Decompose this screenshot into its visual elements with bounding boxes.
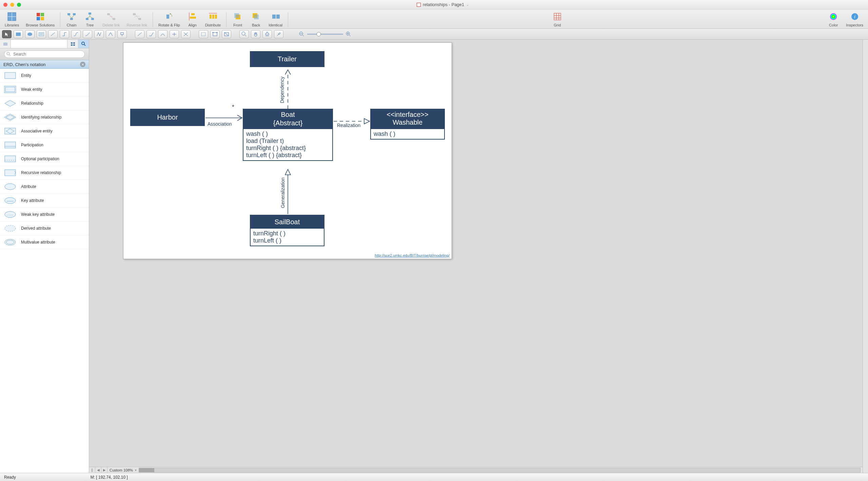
- svg-rect-6: [41, 17, 44, 20]
- canvas-area[interactable]: Trailer Harbor Boat {Abstract} wash ( ) …: [89, 40, 863, 467]
- delete-link-label: Delete link: [102, 23, 120, 28]
- conn-tool-2[interactable]: [60, 30, 69, 38]
- svg-point-95: [5, 211, 16, 217]
- conn-tool-3[interactable]: [71, 30, 81, 38]
- svg-marker-105: [285, 169, 291, 175]
- shape-item[interactable]: Identifying relationship: [0, 110, 89, 124]
- rotate-flip-button[interactable]: Rotate & Flip: [155, 11, 183, 28]
- front-button[interactable]: Front: [229, 11, 247, 28]
- page-prev-icon[interactable]: ◀: [95, 467, 101, 473]
- generalization-label: Generalization: [280, 177, 285, 208]
- conn-tool-1[interactable]: [48, 30, 58, 38]
- svg-rect-3: [37, 13, 40, 16]
- title-dropdown-icon[interactable]: ⌄: [466, 3, 469, 6]
- svg-point-99: [6, 240, 14, 244]
- shape-item[interactable]: Key attribute: [0, 194, 89, 208]
- svg-line-61: [302, 35, 304, 36]
- close-section-icon[interactable]: ✕: [80, 62, 85, 67]
- align-button[interactable]: Align: [183, 11, 202, 28]
- page-next-icon[interactable]: ▶: [101, 467, 107, 473]
- zoom-in-icon[interactable]: [346, 32, 351, 37]
- sidebar-filter-input[interactable]: [11, 40, 67, 48]
- section-header[interactable]: ERD, Chen's notation ✕: [0, 60, 89, 69]
- svg-point-92: [5, 184, 16, 190]
- search-view-icon[interactable]: [78, 40, 89, 48]
- h-scrollbar[interactable]: [139, 468, 861, 473]
- v-scrollbar[interactable]: [863, 40, 868, 473]
- svg-rect-10: [88, 13, 91, 15]
- ellipse-tool[interactable]: [25, 30, 35, 38]
- pan-tool[interactable]: [251, 30, 260, 38]
- close-window-icon[interactable]: [3, 3, 7, 7]
- identical-button[interactable]: Identical: [265, 11, 286, 28]
- shape-item[interactable]: Recursive relationship: [0, 166, 89, 180]
- svg-rect-18: [166, 15, 169, 19]
- grid-view-icon[interactable]: [67, 40, 78, 48]
- text-tool[interactable]: [37, 30, 46, 38]
- zoom-level[interactable]: Custom 108%: [107, 468, 135, 472]
- grid-button[interactable]: Grid: [548, 11, 567, 28]
- svg-rect-30: [254, 15, 259, 19]
- tree-button[interactable]: Tree: [81, 11, 99, 28]
- pointer-tool[interactable]: [2, 30, 12, 38]
- line-tool-3[interactable]: [158, 30, 167, 38]
- edit-tool-3[interactable]: [222, 30, 231, 38]
- color-button[interactable]: Color: [824, 11, 843, 28]
- zoom-slider[interactable]: [299, 32, 351, 37]
- svg-rect-20: [191, 13, 195, 15]
- inspectors-button[interactable]: i Inspectors: [843, 11, 867, 28]
- line-tool-2[interactable]: [146, 30, 156, 38]
- svg-line-55: [224, 33, 229, 36]
- line-tool-5[interactable]: [181, 30, 191, 38]
- canvas[interactable]: Trailer Harbor Boat {Abstract} wash ( ) …: [123, 42, 452, 259]
- libraries-button[interactable]: Libraries: [1, 11, 22, 28]
- svg-line-57: [245, 35, 246, 36]
- svg-rect-73: [71, 44, 73, 46]
- shape-item[interactable]: Participation: [0, 138, 89, 152]
- zoom-tool[interactable]: [239, 30, 249, 38]
- rect-tool[interactable]: [14, 30, 23, 38]
- svg-rect-7: [67, 13, 70, 15]
- distribute-button[interactable]: Distribute: [202, 11, 224, 28]
- shape-item[interactable]: Attribute: [0, 180, 89, 194]
- svg-line-76: [84, 44, 85, 46]
- browse-solutions-button[interactable]: Browse Solutions: [22, 11, 58, 28]
- svg-rect-4: [41, 13, 44, 16]
- svg-rect-9: [70, 18, 73, 20]
- svg-rect-72: [73, 42, 75, 44]
- line-tool-4[interactable]: [170, 30, 179, 38]
- shape-item[interactable]: Weak entity: [0, 83, 89, 97]
- chain-label: Chain: [67, 23, 77, 28]
- shape-item[interactable]: Entity: [0, 69, 89, 83]
- shape-item[interactable]: Optional participation: [0, 152, 89, 166]
- conn-tool-5[interactable]: [94, 30, 104, 38]
- shape-item[interactable]: Derived attribute: [0, 222, 89, 235]
- svg-point-97: [5, 225, 16, 231]
- conn-tool-7[interactable]: [117, 30, 127, 38]
- svg-point-56: [242, 32, 245, 35]
- footer-link[interactable]: http://sce2.umkc.edu/BIT/burrise/pl/mode…: [375, 253, 450, 257]
- conn-tool-4[interactable]: [83, 30, 92, 38]
- edit-tool-2[interactable]: [210, 30, 220, 38]
- shape-item[interactable]: Associative entity: [0, 124, 89, 138]
- shape-item[interactable]: Multivalue attribute: [0, 235, 89, 249]
- shape-item[interactable]: Relationship: [0, 97, 89, 110]
- svg-marker-41: [5, 33, 8, 36]
- chain-button[interactable]: Chain: [62, 11, 81, 28]
- line-tool-1[interactable]: [135, 30, 144, 38]
- svg-rect-71: [71, 42, 73, 44]
- sidebar-options-icon[interactable]: [0, 40, 11, 48]
- maximize-window-icon[interactable]: [17, 3, 21, 7]
- minimize-window-icon[interactable]: [10, 3, 14, 7]
- reverse-link-label: Reverse link: [127, 23, 147, 28]
- back-button[interactable]: Back: [247, 11, 265, 28]
- edit-tool-1[interactable]: [199, 30, 208, 38]
- svg-point-93: [5, 197, 16, 204]
- zoom-out-icon[interactable]: [299, 32, 304, 37]
- search-input[interactable]: [4, 50, 85, 58]
- conn-tool-6[interactable]: [106, 30, 115, 38]
- pages-toggle-icon[interactable]: ∥: [89, 467, 95, 473]
- shape-item[interactable]: Weak key attribute: [0, 208, 89, 222]
- stamp-tool[interactable]: [262, 30, 272, 38]
- eyedropper-tool[interactable]: [274, 30, 283, 38]
